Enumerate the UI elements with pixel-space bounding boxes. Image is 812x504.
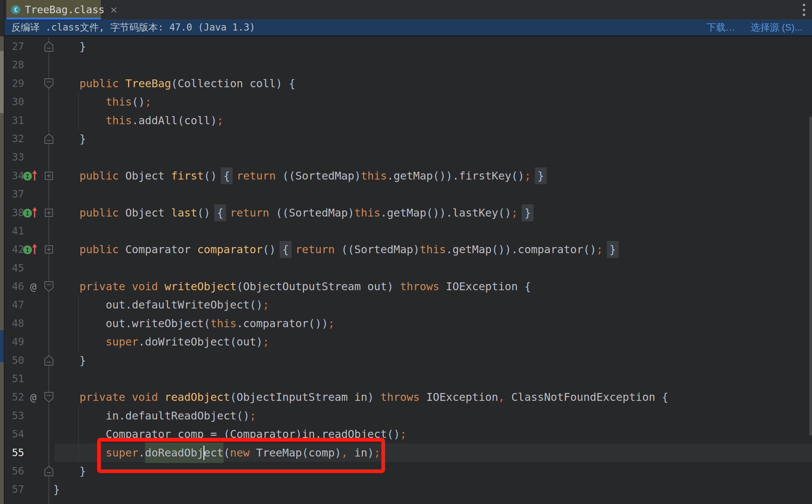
code-line: 33 bbox=[4, 148, 812, 166]
project-panel-sliver-segment bbox=[0, 51, 4, 113]
line-number: 28 bbox=[4, 56, 24, 74]
annotation-red-box bbox=[97, 438, 385, 473]
editor-tab-bar: C TreeBag.class × bbox=[4, 0, 812, 19]
fold-collapse-end-icon[interactable] bbox=[44, 465, 54, 477]
line-number: 51 bbox=[4, 370, 24, 388]
fold-marker[interactable] bbox=[44, 133, 54, 146]
more-options-kebab-icon[interactable] bbox=[799, 3, 809, 17]
fold-collapsed-plus-icon[interactable] bbox=[44, 170, 54, 182]
fold-marker[interactable] bbox=[44, 41, 54, 54]
java-class-icon: C bbox=[11, 5, 20, 14]
code-line: 42I public Comparator comparator() { ret… bbox=[4, 240, 812, 259]
annotated-by-icon: @ bbox=[27, 277, 39, 296]
tab-close-icon[interactable]: × bbox=[110, 5, 118, 14]
code-line: 49 super.doWriteObject(out); bbox=[4, 333, 812, 351]
line-number: 37 bbox=[4, 185, 24, 203]
line-number: 54 bbox=[4, 425, 24, 443]
fold-expanded-icon[interactable] bbox=[44, 391, 54, 403]
code-text: out.writeObject(this.comparator()); bbox=[53, 314, 335, 333]
fold-marker[interactable] bbox=[44, 170, 54, 183]
fold-marker[interactable] bbox=[44, 391, 54, 404]
line-number: 45 bbox=[4, 259, 24, 277]
code-line: 51 bbox=[4, 370, 812, 388]
banner-message: 反编译 .class文件, 字节码版本: 47.0 (Java 1.3) bbox=[4, 21, 255, 34]
tab-title: TreeBag.class bbox=[25, 4, 105, 16]
project-panel-sliver-segment bbox=[0, 0, 4, 19]
fold-marker[interactable] bbox=[44, 207, 54, 220]
download-sources-link[interactable]: 下载… bbox=[707, 21, 735, 34]
line-number: 34 bbox=[4, 167, 24, 185]
line-number: 46 bbox=[4, 277, 24, 296]
tab-treebag-class[interactable]: C TreeBag.class × bbox=[6, 0, 101, 19]
project-panel-sliver-segment bbox=[0, 36, 4, 51]
fold-collapsed-plus-icon[interactable] bbox=[44, 244, 54, 255]
fold-marker[interactable] bbox=[44, 244, 54, 257]
ide-window: C TreeBag.class × 反编译 .class文件, 字节码版本: 4… bbox=[0, 0, 812, 504]
fold-expanded-icon[interactable] bbox=[44, 281, 54, 292]
implementing-method-icon[interactable]: I bbox=[22, 243, 38, 256]
gutter-implements-icon[interactable]: I bbox=[22, 170, 38, 183]
line-number: 33 bbox=[4, 148, 24, 166]
code-text: in.defaultReadObject(); bbox=[53, 407, 256, 425]
code-text: super.doWriteObject(out); bbox=[53, 333, 269, 351]
gutter-implements-icon[interactable]: I bbox=[22, 243, 38, 257]
gutter-implements-icon[interactable]: I bbox=[22, 207, 38, 220]
code-line: 48 out.writeObject(this.comparator()); bbox=[4, 314, 812, 333]
svg-text:I: I bbox=[26, 210, 30, 217]
code-line: 50 } bbox=[4, 351, 812, 370]
line-number: 42 bbox=[4, 240, 24, 259]
line-number: 52 bbox=[4, 388, 24, 406]
code-text: this(); bbox=[53, 93, 151, 111]
decompiler-notification-banner: 反编译 .class文件, 字节码版本: 47.0 (Java 1.3) 下载…… bbox=[4, 19, 812, 36]
code-line: 38I public Object last() { return ((Sort… bbox=[4, 204, 812, 222]
fold-marker[interactable] bbox=[44, 78, 54, 91]
code-text: } bbox=[53, 130, 86, 148]
line-number: 49 bbox=[4, 333, 24, 351]
implementing-method-icon[interactable]: I bbox=[22, 207, 38, 219]
implementing-method-icon[interactable]: I bbox=[22, 170, 38, 182]
line-number: 38 bbox=[4, 204, 24, 222]
code-line: 29 public TreeBag(Collection coll) { bbox=[4, 74, 812, 93]
fold-marker[interactable] bbox=[44, 281, 54, 294]
annotated-by-icon: @ bbox=[27, 388, 39, 406]
project-panel-sliver-segment bbox=[0, 330, 4, 362]
editor-scrollbar[interactable] bbox=[809, 116, 812, 435]
code-line: 34I public Object first() { return ((Sor… bbox=[4, 167, 812, 185]
line-number: 29 bbox=[4, 74, 24, 93]
code-line: 45 bbox=[4, 259, 812, 277]
fold-marker[interactable] bbox=[44, 465, 54, 478]
project-panel-sliver-segment bbox=[0, 113, 4, 330]
fold-marker[interactable] bbox=[44, 355, 54, 368]
code-editor[interactable]: 27 }2829 public TreeBag(Collection coll)… bbox=[4, 37, 812, 504]
code-line: 46@ private void writeObject(ObjectOutpu… bbox=[4, 277, 812, 296]
code-text: this.addAll(coll); bbox=[53, 111, 223, 130]
line-number: 53 bbox=[4, 407, 24, 425]
code-line: 30 this(); bbox=[4, 93, 812, 111]
code-text: } bbox=[53, 462, 86, 480]
fold-collapse-end-icon[interactable] bbox=[44, 355, 54, 366]
line-number: 27 bbox=[4, 37, 24, 56]
code-line: 57} bbox=[4, 480, 812, 499]
choose-sources-link[interactable]: 选择源 (S)... bbox=[751, 21, 802, 34]
code-line: 28 bbox=[4, 56, 812, 74]
fold-collapsed-plus-icon[interactable] bbox=[44, 207, 54, 219]
line-number: 30 bbox=[4, 93, 24, 111]
code-text: } bbox=[53, 351, 86, 370]
code-line: 27 } bbox=[4, 37, 812, 56]
code-text: } bbox=[53, 480, 60, 499]
code-line: 32 } bbox=[4, 130, 812, 148]
line-number: 41 bbox=[4, 222, 24, 240]
line-number: 48 bbox=[4, 314, 24, 333]
line-number: 56 bbox=[4, 462, 24, 480]
code-text: } bbox=[53, 37, 86, 56]
code-text: private void writeObject(ObjectOutputStr… bbox=[53, 277, 531, 296]
code-text: private void readObject(ObjectInputStrea… bbox=[53, 388, 668, 406]
code-line: 41 bbox=[4, 222, 812, 240]
fold-expanded-icon[interactable] bbox=[44, 78, 54, 89]
line-number: 47 bbox=[4, 296, 24, 314]
code-line: 58 bbox=[4, 499, 812, 504]
fold-collapse-end-icon[interactable] bbox=[44, 41, 54, 52]
project-panel-sliver-segment bbox=[0, 19, 4, 36]
fold-collapse-end-icon[interactable] bbox=[44, 133, 54, 145]
code-rows: 27 }2829 public TreeBag(Collection coll)… bbox=[4, 37, 812, 504]
